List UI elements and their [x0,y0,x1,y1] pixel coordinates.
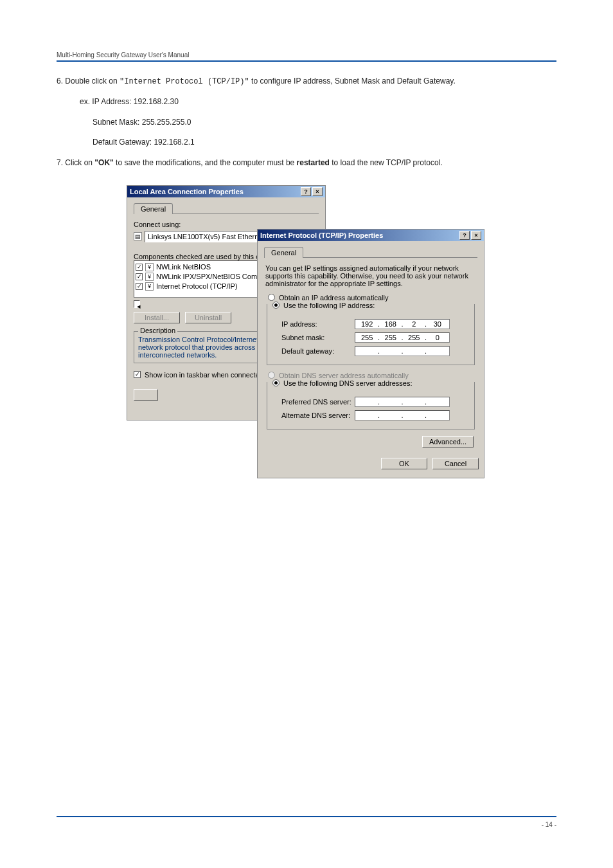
radio-obtain-ip-label: Obtain an IP address automatically [279,294,388,302]
ip-octet[interactable]: 30 [429,320,446,328]
list-item-label: NWLink IPX/SPX/NetBIOS Comp [156,273,261,280]
radio-use-dns[interactable] [272,379,280,386]
subnet-mask-input[interactable]: 255. 255. 255. 0 [355,332,450,343]
footer-rule [57,816,556,817]
step7-mid: to save the modifications, and the compu… [116,158,296,167]
preferred-dns-label: Preferred DNS server: [271,398,355,406]
connect-using-label: Connect using: [134,221,319,228]
description-legend: Description [138,327,177,334]
ip-octet[interactable]: 255 [382,334,399,341]
step7-ok: "OK" [94,158,113,167]
page-number: - 14 - [542,821,556,828]
ok-button[interactable]: OK [381,458,427,469]
doc-header: Multi-Homing Security Gateway User's Man… [57,51,556,59]
checkbox-icon[interactable]: ✓ [136,264,143,271]
show-icon-checkbox[interactable]: ✓ [134,371,141,378]
ip-address-label: IP address: [271,320,355,328]
step7-restart: restarted [297,158,330,167]
tcpip-titlebar[interactable]: Internet Protocol (TCP/IP) Properties ? … [258,230,484,241]
ip-octet[interactable]: 2 [405,320,422,328]
dns-fieldset: Use the following DNS server addresses: … [267,382,475,429]
tab-general[interactable]: General [134,203,173,214]
install-button[interactable]: Install... [134,312,180,323]
protocol-icon: ¥ [145,282,154,291]
help-icon[interactable]: ? [301,187,311,196]
gateway-label: Default gateway: [271,347,355,355]
alternate-dns-input[interactable]: . . . [355,410,450,420]
radio-obtain-ip[interactable] [268,294,275,301]
show-icon-label: Show icon in taskbar when connected [145,371,263,379]
alternate-dns-label: Alternate DNS server: [271,411,355,419]
close-icon[interactable]: × [312,187,323,196]
example-mask: Subnet Mask: 255.255.255.0 [93,117,556,128]
radio-use-ip[interactable] [272,302,280,309]
ip-address-input[interactable]: 192. 168. 2. 30 [355,319,450,329]
lac-titlebar[interactable]: Local Area Connection Properties ? × [127,186,325,197]
page-footer: - 14 - [57,816,556,828]
close-icon[interactable]: × [471,231,481,240]
adapter-icon: ▤ [134,232,142,240]
protocol-icon: ¥ [145,263,154,271]
advanced-button[interactable]: Advanced... [422,436,474,448]
checkbox-icon[interactable]: ✓ [136,273,143,280]
tcpip-intro: You can get IP settings assigned automat… [265,264,476,287]
header-rule [57,60,556,62]
subnet-mask-label: Subnet mask: [271,334,355,341]
list-item-label: NWLink NetBIOS [156,263,211,271]
example-ip: ex. IP Address: 192.168.2.30 [80,96,556,107]
radio-use-ip-label: Use the following IP address: [283,302,375,309]
example-gw: Default Gateway: 192.168.2.1 [93,137,556,148]
protocol-icon: ¥ [145,273,154,281]
tcpip-title: Internet Protocol (TCP/IP) Properties [260,230,383,241]
scroll-left-icon[interactable]: ◂ [134,300,140,308]
ip-octet[interactable]: 0 [429,334,446,341]
ip-octet[interactable]: 192 [359,320,375,328]
list-item-label: Internet Protocol (TCP/IP) [156,282,238,290]
ip-octet[interactable]: 255 [359,334,375,341]
step6-label: "Internet Protocol (TCP/IP)" [120,77,249,86]
radio-obtain-dns [268,372,275,379]
step7-pre: 7. Click on [57,158,94,167]
truncated-button[interactable] [134,389,158,401]
radio-use-dns-label: Use the following DNS server addresses: [283,379,413,387]
uninstall-button[interactable]: Uninstall [185,312,231,323]
step7-post: to load the new TCP/IP protocol. [332,158,442,167]
screenshot-figure: Local Area Connection Properties ? × Gen… [127,185,486,478]
ip-octet[interactable]: 255 [405,334,422,341]
step6-pre: 6. Double click on [57,77,120,86]
checkbox-icon[interactable]: ✓ [136,283,143,290]
ip-fieldset: Use the following IP address: IP address… [267,304,475,365]
step6-post: to configure IP address, Subnet Mask and… [251,77,456,86]
lac-title: Local Area Connection Properties [130,186,244,197]
tcpip-properties-dialog: Internet Protocol (TCP/IP) Properties ? … [257,229,484,478]
ip-octet[interactable]: 168 [382,320,399,328]
preferred-dns-input[interactable]: . . . [355,397,450,407]
help-icon[interactable]: ? [459,231,470,240]
cancel-button[interactable]: Cancel [432,458,479,469]
gateway-input[interactable]: . . . [355,346,450,356]
instruction-text: 6. Double click on "Internet Protocol (T… [57,76,556,168]
tab-general[interactable]: General [264,247,303,258]
radio-obtain-dns-label: Obtain DNS server address automatically [279,372,409,379]
